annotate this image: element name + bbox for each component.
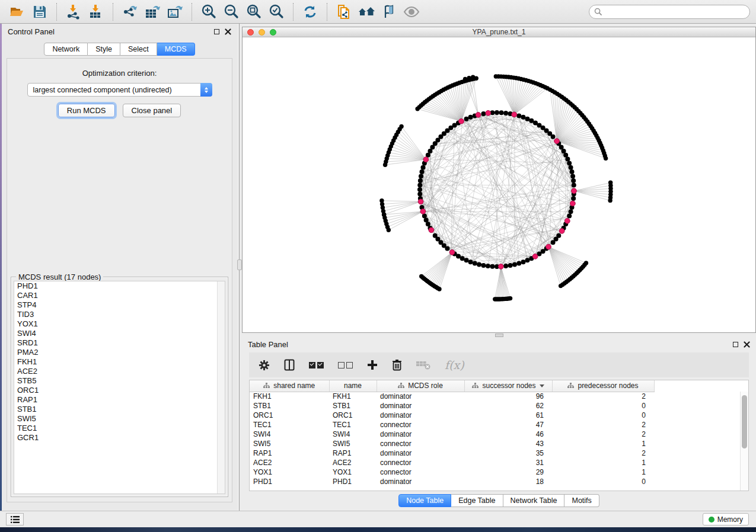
mcds-hub-node[interactable]: [418, 199, 423, 204]
mcds-result-item[interactable]: STB5: [14, 376, 225, 386]
mcds-result-item[interactable]: TID3: [14, 310, 225, 319]
tab-node-table[interactable]: Node Table: [398, 494, 451, 507]
mcds-hub-node[interactable]: [512, 112, 517, 117]
mcds-result-item[interactable]: SRD1: [14, 338, 225, 348]
close-panel-icon[interactable]: [225, 28, 231, 35]
home-networks-button[interactable]: [356, 2, 377, 21]
run-mcds-button[interactable]: Run MCDS: [58, 104, 115, 117]
table-scrollbar[interactable]: [740, 392, 748, 491]
export-table-button[interactable]: [142, 2, 162, 21]
mcds-hub-node[interactable]: [449, 249, 455, 255]
table-row[interactable]: TEC1TEC1connector472: [250, 420, 741, 430]
network-window-titlebar[interactable]: YPA_prune.txt_1: [243, 27, 755, 37]
mcds-result-item[interactable]: PMA2: [14, 348, 225, 357]
mcds-result-item[interactable]: RAP1: [14, 395, 225, 405]
table-row[interactable]: ACE2ACE2connector311: [250, 458, 741, 467]
search-field[interactable]: [589, 5, 750, 19]
mcds-hub-node[interactable]: [572, 188, 577, 194]
table-row[interactable]: SWI4SWI4dominator462: [250, 430, 741, 439]
mcds-result-item[interactable]: PHD1: [14, 281, 225, 291]
export-network-button[interactable]: [120, 2, 140, 21]
hide-toggle-button[interactable]: [379, 2, 399, 21]
table-row[interactable]: PHD1PHD1dominator180: [250, 477, 741, 486]
network-canvas[interactable]: [243, 37, 755, 332]
mcds-hub-node[interactable]: [429, 227, 434, 233]
horizontal-splitter[interactable]: [242, 333, 756, 338]
mcds-result-item[interactable]: GCR1: [14, 433, 225, 443]
table-scrollbar-thumb[interactable]: [742, 395, 747, 448]
delete-column-button[interactable]: [392, 359, 402, 371]
mcds-result-item[interactable]: YOX1: [14, 319, 225, 329]
mcds-result-item[interactable]: STP4: [14, 300, 225, 310]
criterion-select[interactable]: largest connected component (undirected): [27, 83, 212, 97]
splitter-grip-icon[interactable]: [495, 334, 503, 337]
vertical-splitter[interactable]: [237, 24, 242, 511]
column-header-shared-name[interactable]: shared name: [250, 380, 329, 392]
mcds-result-item[interactable]: TEC1: [14, 424, 225, 433]
mcds-hub-node[interactable]: [564, 218, 570, 223]
close-panel-icon[interactable]: [744, 341, 750, 348]
select-all-rows-button[interactable]: [309, 362, 324, 368]
import-table-button[interactable]: [86, 2, 106, 21]
mcds-hub-node[interactable]: [423, 157, 429, 162]
table-settings-button[interactable]: [259, 360, 270, 371]
table-row[interactable]: YOX1YOX1connector291: [250, 467, 741, 477]
table-row[interactable]: RAP1RAP1dominator352: [250, 448, 741, 458]
zoom-in-button[interactable]: [199, 2, 219, 21]
mcds-hub-node[interactable]: [420, 209, 426, 214]
mcds-result-item[interactable]: ACE2: [14, 367, 225, 376]
splitter-grip-icon[interactable]: [237, 259, 242, 270]
tab-style[interactable]: Style: [88, 43, 120, 56]
column-header-successor-nodes[interactable]: successor nodes: [464, 380, 552, 392]
mcds-list-scrollbar[interactable]: [217, 281, 225, 493]
mcds-hub-node[interactable]: [532, 254, 538, 259]
memory-button[interactable]: Memory: [703, 513, 749, 525]
mcds-result-item[interactable]: SWI5: [14, 414, 225, 424]
table-row[interactable]: STB1STB1dominator620: [250, 401, 741, 411]
tab-network-table[interactable]: Network Table: [503, 494, 565, 507]
mcds-hub-node[interactable]: [570, 201, 575, 206]
mcds-hub-node[interactable]: [546, 244, 551, 249]
float-panel-icon[interactable]: [733, 342, 738, 347]
duplicate-network-button[interactable]: [334, 2, 354, 21]
search-input[interactable]: [605, 8, 745, 16]
open-session-button[interactable]: [7, 2, 27, 21]
import-network-button[interactable]: [63, 2, 84, 21]
float-panel-icon[interactable]: [214, 29, 219, 34]
mcds-hub-node[interactable]: [486, 110, 491, 116]
tab-mcds[interactable]: MCDS: [157, 43, 195, 56]
mcds-hub-node[interactable]: [476, 112, 481, 117]
mcds-hub-node[interactable]: [554, 139, 560, 144]
table-row[interactable]: ORC1ORC1dominator610: [250, 411, 741, 420]
export-image-button[interactable]: [165, 2, 185, 21]
tab-edge-table[interactable]: Edge Table: [451, 494, 503, 507]
mcds-result-item[interactable]: CAR1: [14, 291, 225, 300]
create-column-button[interactable]: [367, 360, 378, 370]
zoom-selected-button[interactable]: [266, 2, 286, 21]
mcds-result-item[interactable]: SWI4: [14, 329, 225, 338]
show-columns-button[interactable]: [284, 359, 295, 371]
save-session-button[interactable]: [30, 2, 50, 21]
close-panel-button[interactable]: Close panel: [123, 104, 181, 117]
mcds-hub-node[interactable]: [559, 228, 564, 233]
refresh-button[interactable]: [300, 2, 320, 21]
table-row[interactable]: FKH1FKH1dominator962: [250, 392, 741, 401]
task-history-button[interactable]: [6, 513, 24, 525]
column-header-mcds-role[interactable]: MCDS role: [377, 380, 464, 392]
zoom-out-button[interactable]: [221, 2, 241, 21]
table-cell: 2: [552, 392, 654, 401]
show-hidden-button[interactable]: [401, 2, 422, 21]
mcds-result-item[interactable]: ORC1: [14, 386, 225, 395]
mcds-result-item[interactable]: FKH1: [14, 357, 225, 367]
mcds-hub-node[interactable]: [459, 118, 464, 124]
tab-select[interactable]: Select: [120, 43, 157, 56]
tab-motifs[interactable]: Motifs: [564, 494, 599, 507]
tab-network[interactable]: Network: [44, 43, 88, 56]
deselect-all-rows-button[interactable]: [338, 362, 353, 368]
column-header-predecessor-nodes[interactable]: predecessor nodes: [552, 380, 654, 392]
table-row[interactable]: SWI5SWI5connector431: [250, 439, 741, 448]
column-header-name[interactable]: name: [329, 380, 377, 392]
zoom-fit-button[interactable]: [244, 2, 264, 21]
mcds-hub-node[interactable]: [498, 264, 503, 269]
mcds-result-item[interactable]: STB1: [14, 405, 225, 414]
